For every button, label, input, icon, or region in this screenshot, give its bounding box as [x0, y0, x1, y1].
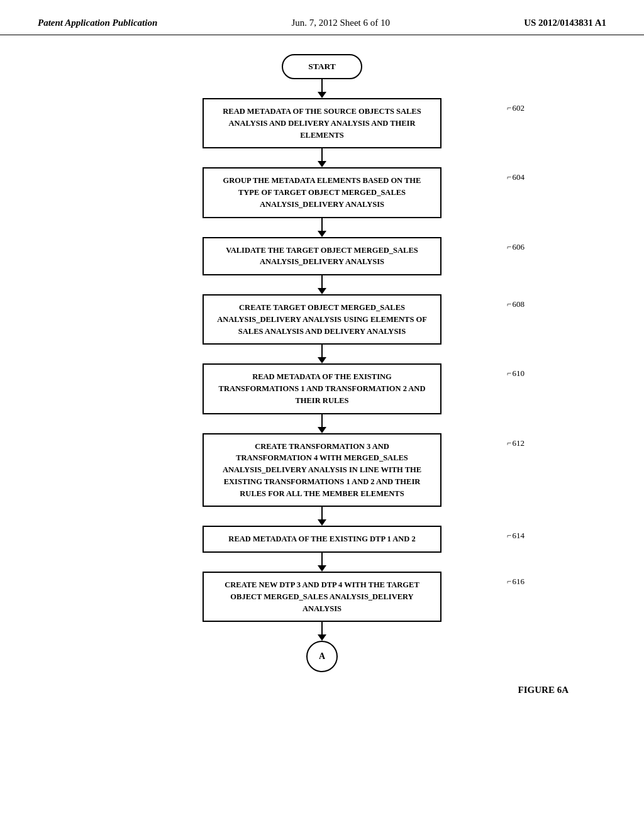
ref-606: 606	[507, 242, 525, 252]
arrow-3	[318, 218, 326, 237]
step-602-container: READ METADATA OF THE SOURCE OBJECTS SALE…	[38, 98, 606, 148]
start-node: START	[38, 54, 606, 98]
step-614-container: READ METADATA OF THE EXISTING DTP 1 AND …	[38, 526, 606, 553]
arrow-4	[318, 275, 326, 294]
step-610-box: READ METADATA OF THE EXISTING TRANSFORMA…	[203, 363, 441, 414]
ref-602: 602	[507, 103, 525, 113]
step-608-container: CREATE TARGET OBJECT MERGED_SALES ANALYS…	[38, 294, 606, 345]
step-604-container: GROUP THE METADATA ELEMENTS BASED ON THE…	[38, 167, 606, 218]
date-sheet-label: Jun. 7, 2012 Sheet 6 of 10	[291, 18, 390, 28]
page-header: Patent Application Publication Jun. 7, 2…	[0, 0, 644, 35]
arrow-8	[318, 553, 326, 572]
flowchart-container: START READ METADATA OF THE SOURCE OBJECT…	[0, 35, 644, 708]
ref-608: 608	[507, 299, 525, 309]
end-node: A	[38, 641, 606, 672]
figure-label: FIGURE 6A	[518, 685, 569, 695]
step-616-box: CREATE NEW DTP 3 AND DTP 4 WITH THE TARG…	[203, 572, 441, 622]
arrow-1	[318, 79, 326, 98]
step-612-container: CREATE TRANSFORMATION 3 AND TRANSFORMATI…	[38, 433, 606, 507]
ref-616: 616	[507, 577, 525, 587]
step-612-box: CREATE TRANSFORMATION 3 AND TRANSFORMATI…	[203, 433, 441, 507]
arrow-5	[318, 345, 326, 363]
arrow-2	[318, 148, 326, 167]
step-614-box: READ METADATA OF THE EXISTING DTP 1 AND …	[203, 526, 441, 553]
ref-604: 604	[507, 172, 525, 182]
arrow-6	[318, 414, 326, 433]
step-608-box: CREATE TARGET OBJECT MERGED_SALES ANALYS…	[203, 294, 441, 345]
end-shape: A	[306, 641, 338, 672]
step-602-box: READ METADATA OF THE SOURCE OBJECTS SALE…	[203, 98, 441, 148]
publication-label: Patent Application Publication	[38, 18, 157, 28]
arrow-7	[318, 507, 326, 526]
step-606-container: VALIDATE THE TARGET OBJECT MERGED_SALES …	[38, 237, 606, 276]
start-shape: START	[282, 54, 362, 79]
step-616-container: CREATE NEW DTP 3 AND DTP 4 WITH THE TARG…	[38, 572, 606, 622]
step-604-box: GROUP THE METADATA ELEMENTS BASED ON THE…	[203, 167, 441, 218]
step-610-container: READ METADATA OF THE EXISTING TRANSFORMA…	[38, 363, 606, 414]
arrow-9	[318, 622, 326, 641]
ref-612: 612	[507, 438, 525, 448]
ref-610: 610	[507, 368, 525, 379]
ref-614: 614	[507, 531, 525, 541]
patent-number-label: US 2012/0143831 A1	[524, 18, 606, 28]
step-606-box: VALIDATE THE TARGET OBJECT MERGED_SALES …	[203, 237, 441, 276]
